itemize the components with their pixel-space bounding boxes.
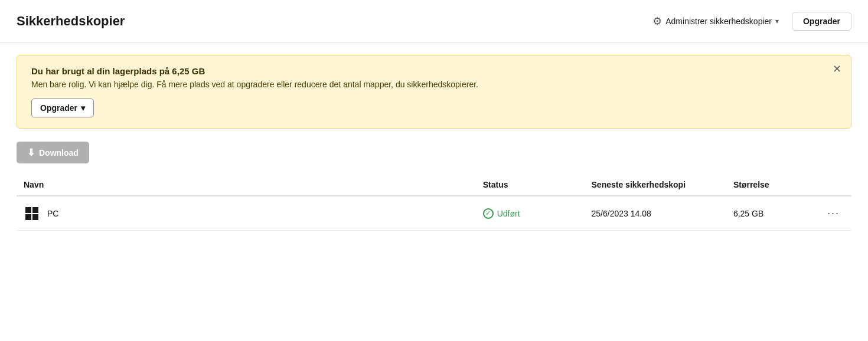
table-row: PC ✓ Udført 25/6/2023 14.086,25 GB ··· [17,196,851,231]
device-name: PC [47,209,58,218]
col-header-name: Navn [17,174,476,196]
chevron-down-icon: ▾ [775,17,779,25]
download-button[interactable]: ⬇ Download [17,142,89,163]
alert-banner: ✕ Du har brugt al din lagerplads på 6,25… [17,55,851,129]
col-header-status: Status [476,174,585,196]
device-name-cell: PC [17,196,476,231]
alert-title: Du har brugt al din lagerplads på 6,25 G… [31,66,839,76]
device-cell: PC [24,205,469,222]
admin-backups-button[interactable]: ⚙ Administrer sikkerhedskopier ▾ [647,11,785,32]
header-actions: ⚙ Administrer sikkerhedskopier ▾ Opgrade… [647,11,851,32]
col-header-last-backup: Seneste sikkerhedskopi [585,174,726,196]
backup-size: 6,25 GB [726,196,810,231]
actions-cell: ··· [810,196,851,231]
gear-icon: ⚙ [652,15,662,28]
last-backup-date: 25/6/2023 14.08 [585,196,726,231]
alert-body: Men bare rolig. Vi kan hjælpe dig. Få me… [31,80,839,89]
backups-table: Navn Status Seneste sikkerhedskopi Størr… [17,174,851,231]
alert-close-button[interactable]: ✕ [833,64,841,74]
table-header-row: Navn Status Seneste sikkerhedskopi Størr… [17,174,851,196]
admin-backups-label: Administrer sikkerhedskopier [665,17,772,26]
main-content: ✕ Du har brugt al din lagerplads på 6,25… [0,43,868,242]
more-options-button[interactable]: ··· [823,205,844,222]
windows-icon [24,205,40,222]
status-text: Udført [497,209,520,218]
alert-upgrade-label: Opgrader [40,103,77,113]
status-cell: ✓ Udført [476,196,585,231]
header: Sikkerhedskopier ⚙ Administrer sikkerhed… [0,0,868,43]
download-label: Download [39,148,79,158]
col-header-actions [810,174,851,196]
status-value: ✓ Udført [483,208,577,219]
chevron-down-icon: ▾ [81,103,85,113]
alert-upgrade-button[interactable]: Opgrader ▾ [31,99,94,117]
upgrade-button[interactable]: Opgrader [792,12,851,31]
status-check-icon: ✓ [483,208,494,219]
download-icon: ⬇ [27,147,35,158]
page-title: Sikkerhedskopier [17,14,125,29]
col-header-size: Størrelse [726,174,810,196]
windows-grid [25,207,38,220]
